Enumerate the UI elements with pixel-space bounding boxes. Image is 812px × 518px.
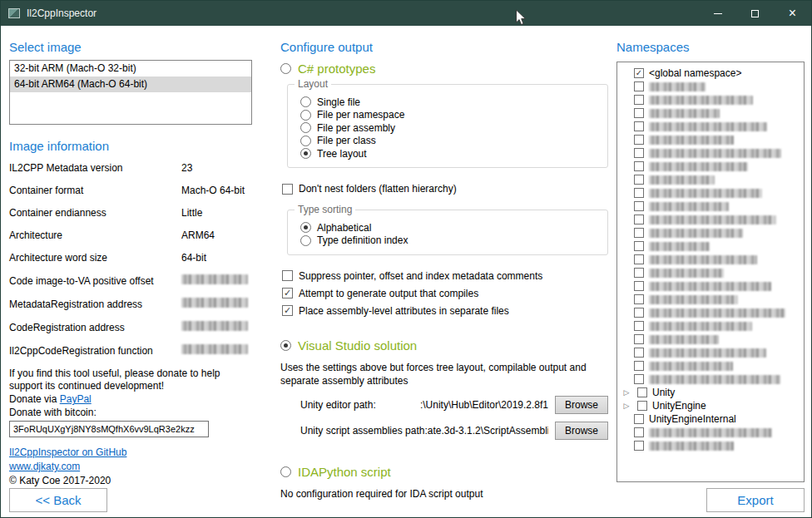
- github-link[interactable]: Il2CppInspector on GitHub: [9, 446, 126, 458]
- namespace-item[interactable]: [617, 333, 804, 346]
- namespace-checkbox[interactable]: [634, 81, 644, 91]
- namespace-checkbox[interactable]: [634, 161, 644, 171]
- namespace-item-global[interactable]: <global namespace>: [617, 67, 804, 80]
- option-idapython-script[interactable]: IDAPython script: [280, 465, 608, 479]
- namespace-item[interactable]: [617, 200, 804, 213]
- close-button[interactable]: ×: [774, 1, 811, 26]
- namespace-item[interactable]: [617, 133, 804, 146]
- image-listbox[interactable]: 32-bit ARM (Mach-O 32-bit)64-bit ARM64 (…: [9, 60, 252, 125]
- namespace-checkbox[interactable]: [637, 401, 647, 411]
- layout-option-tree-layout[interactable]: Tree layout: [300, 148, 597, 160]
- namespace-checkbox[interactable]: [634, 334, 644, 344]
- image-list-item-32-bit-arm-mach-o-32-bit[interactable]: 32-bit ARM (Mach-O 32-bit): [10, 61, 251, 76]
- minimize-button[interactable]: [699, 1, 736, 26]
- namespace-checkbox[interactable]: [634, 254, 644, 264]
- redacted-namespace-label: [649, 308, 785, 318]
- namespace-checkbox[interactable]: [634, 427, 644, 437]
- unity-editor-path-row: Unity editor path: :\Unity\Hub\Editor\20…: [300, 396, 608, 414]
- namespace-item[interactable]: [617, 293, 804, 306]
- namespace-item[interactable]: [617, 319, 804, 333]
- unity-editor-path-label: Unity editor path:: [300, 399, 376, 411]
- namespace-item[interactable]: [617, 439, 804, 452]
- namespace-checkbox[interactable]: [634, 95, 644, 105]
- redacted-namespace-label: [649, 255, 757, 264]
- option-visual-studio-solution[interactable]: Visual Studio solution: [280, 338, 608, 353]
- option-csharp-prototypes[interactable]: C# prototypes: [280, 62, 608, 76]
- export-button[interactable]: Export: [706, 488, 805, 512]
- checkbox-place-assembly-level-attributes-in-separate-files[interactable]: Place assembly-level attributes in separ…: [282, 305, 608, 317]
- namespace-checkbox[interactable]: [634, 188, 644, 198]
- namespace-checkbox[interactable]: [634, 268, 644, 278]
- namespace-item[interactable]: [617, 173, 804, 186]
- namespace-checkbox[interactable]: [634, 414, 644, 424]
- namespace-checkbox[interactable]: [634, 294, 644, 304]
- checkbox-attempt-to-generate-output-that-compiles[interactable]: Attempt to generate output that compiles: [282, 288, 608, 299]
- namespace-item[interactable]: [617, 186, 804, 200]
- namespace-label: <global namespace>: [649, 67, 741, 79]
- namespace-item[interactable]: [617, 306, 804, 319]
- back-button[interactable]: << Back: [9, 488, 107, 512]
- namespace-item[interactable]: [617, 226, 804, 239]
- namespace-item[interactable]: [617, 120, 804, 133]
- layout-option-file-per-assembly[interactable]: File per assembly: [300, 122, 597, 134]
- namespace-item[interactable]: [617, 266, 804, 279]
- paypal-link[interactable]: PayPal: [60, 393, 92, 405]
- namespace-item[interactable]: [617, 146, 804, 160]
- namespace-item[interactable]: [617, 346, 804, 359]
- maximize-button[interactable]: [736, 1, 774, 26]
- namespace-checkbox[interactable]: [634, 121, 644, 131]
- namespace-checkbox[interactable]: [634, 281, 644, 291]
- checkbox-suppress-pointer-offset-and-index-metadata-comments[interactable]: Suppress pointer, offset and index metad…: [282, 270, 608, 282]
- namespace-checkbox[interactable]: [634, 108, 644, 118]
- layout-option-file-per-namespace[interactable]: File per namespace: [300, 109, 597, 121]
- radio-label-text: Type definition index: [317, 234, 408, 246]
- namespace-item[interactable]: [617, 253, 804, 266]
- bitcoin-address-input[interactable]: [9, 421, 209, 437]
- namespace-item[interactable]: [617, 213, 804, 226]
- namespace-checkbox[interactable]: [634, 135, 644, 145]
- layout-option-file-per-class[interactable]: File per class: [300, 135, 597, 146]
- unity-script-path-value: ate.3d-3.1.2\ScriptAssemblies: [428, 425, 548, 437]
- namespace-item[interactable]: [617, 279, 804, 293]
- namespace-checkbox[interactable]: [634, 374, 644, 384]
- namespace-item[interactable]: [617, 239, 804, 253]
- namespace-item[interactable]: [617, 80, 804, 93]
- type-sorting-option-type-definition-index[interactable]: Type definition index: [300, 234, 597, 246]
- namespace-checkbox[interactable]: [634, 201, 644, 211]
- namespace-checkbox[interactable]: [634, 321, 644, 331]
- namespace-item[interactable]: [617, 106, 804, 120]
- info-label: Architecture: [9, 229, 181, 241]
- type-sorting-option-alphabetical[interactable]: Alphabetical: [300, 222, 597, 234]
- unity-script-browse-button[interactable]: Browse: [555, 422, 608, 440]
- image-list-item-64-bit-arm64-mach-o-64-bit[interactable]: 64-bit ARM64 (Mach-O 64-bit): [10, 76, 251, 92]
- website-link[interactable]: www.djkaty.com: [9, 461, 80, 472]
- expander-icon[interactable]: ▷: [621, 388, 632, 397]
- namespace-checkbox[interactable]: [634, 308, 644, 318]
- namespace-checkbox[interactable]: [634, 148, 644, 158]
- namespace-checkbox[interactable]: [634, 68, 644, 78]
- namespace-item[interactable]: [617, 359, 804, 372]
- namespace-checkbox[interactable]: [634, 241, 644, 251]
- namespace-item[interactable]: [617, 426, 804, 439]
- namespace-checkbox[interactable]: [634, 175, 644, 185]
- namespace-item[interactable]: [617, 160, 804, 173]
- namespace-checkbox[interactable]: [634, 215, 644, 224]
- app-icon[interactable]: [8, 8, 20, 18]
- namespace-item-unityengineinternal[interactable]: UnityEngineInternal: [617, 412, 804, 426]
- namespace-checkbox[interactable]: [634, 348, 644, 358]
- namespace-list[interactable]: <global namespace>▷Unity▷UnityEngineUnit…: [616, 62, 805, 482]
- namespace-label: UnityEngine: [652, 400, 706, 412]
- namespace-item-unity[interactable]: ▷Unity: [617, 386, 804, 399]
- namespace-checkbox[interactable]: [634, 361, 644, 371]
- expander-icon[interactable]: ▷: [621, 402, 632, 410]
- unity-editor-browse-button[interactable]: Browse: [555, 396, 608, 414]
- checkbox-dont-nest-folders[interactable]: Don't nest folders (flatten hierarchy): [282, 183, 608, 195]
- type-sorting-options: AlphabeticalType definition index: [300, 222, 597, 247]
- namespace-checkbox[interactable]: [634, 228, 644, 238]
- layout-option-single-file[interactable]: Single file: [300, 96, 597, 108]
- namespace-item[interactable]: [617, 93, 804, 106]
- namespace-item[interactable]: [617, 372, 804, 386]
- namespace-item-unityengine[interactable]: ▷UnityEngine: [617, 399, 804, 412]
- namespace-checkbox[interactable]: [634, 441, 644, 451]
- namespace-checkbox[interactable]: [637, 387, 647, 397]
